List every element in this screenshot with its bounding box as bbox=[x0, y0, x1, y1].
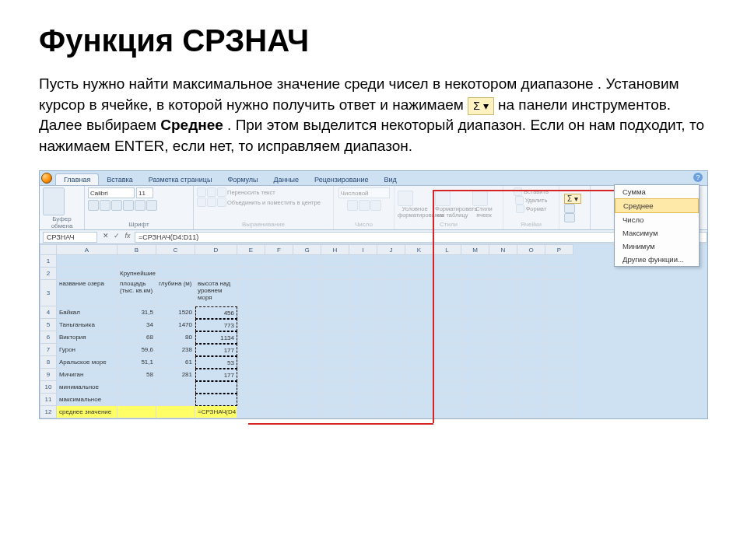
cell[interactable] bbox=[489, 356, 517, 369]
cell[interactable] bbox=[461, 306, 489, 319]
cell[interactable] bbox=[237, 381, 265, 394]
cell[interactable] bbox=[405, 331, 433, 344]
cell[interactable] bbox=[237, 268, 265, 280]
cell[interactable] bbox=[237, 280, 265, 306]
cell[interactable] bbox=[545, 394, 573, 406]
cell[interactable] bbox=[321, 344, 349, 356]
cell[interactable] bbox=[265, 356, 293, 369]
cell[interactable] bbox=[237, 344, 265, 356]
italic-icon[interactable] bbox=[100, 200, 110, 211]
font-name-select[interactable]: Calibri bbox=[88, 187, 135, 198]
cell[interactable]: 51,1 bbox=[117, 356, 156, 369]
cell[interactable] bbox=[433, 394, 461, 406]
cell[interactable]: Аральское море bbox=[57, 356, 117, 369]
cell[interactable] bbox=[321, 255, 349, 268]
cell[interactable] bbox=[405, 280, 433, 306]
cell[interactable] bbox=[237, 255, 265, 268]
row-header[interactable]: 2 bbox=[40, 268, 57, 280]
cell[interactable] bbox=[195, 394, 237, 406]
cell[interactable] bbox=[156, 381, 195, 394]
cell[interactable]: 238 bbox=[156, 344, 195, 356]
cell[interactable]: 1134 bbox=[195, 331, 237, 344]
cell[interactable] bbox=[545, 306, 573, 319]
cell[interactable] bbox=[237, 331, 265, 344]
cell[interactable] bbox=[433, 268, 461, 280]
row-header[interactable]: 8 bbox=[40, 356, 57, 369]
cell[interactable] bbox=[405, 268, 433, 280]
cell[interactable] bbox=[195, 268, 237, 280]
cell[interactable] bbox=[377, 344, 405, 356]
cell[interactable] bbox=[545, 356, 573, 369]
cell[interactable] bbox=[545, 344, 573, 356]
cell[interactable] bbox=[321, 406, 349, 418]
cell[interactable]: 59,6 bbox=[117, 344, 156, 356]
cell[interactable] bbox=[433, 406, 461, 418]
cell[interactable]: 80 bbox=[156, 331, 195, 344]
cell[interactable] bbox=[293, 381, 321, 394]
cell[interactable] bbox=[117, 394, 156, 406]
cell[interactable] bbox=[405, 255, 433, 268]
cell[interactable] bbox=[461, 268, 489, 280]
cell[interactable] bbox=[433, 381, 461, 394]
cell[interactable] bbox=[489, 268, 517, 280]
cell[interactable]: Мичиган bbox=[57, 369, 117, 381]
cell[interactable] bbox=[461, 280, 489, 306]
column-header[interactable]: N bbox=[489, 244, 517, 255]
cell[interactable] bbox=[265, 331, 293, 344]
cell[interactable] bbox=[405, 394, 433, 406]
cell[interactable] bbox=[461, 344, 489, 356]
cell[interactable] bbox=[461, 331, 489, 344]
column-header[interactable]: A bbox=[57, 244, 117, 255]
cell[interactable] bbox=[321, 331, 349, 344]
fill-icon[interactable] bbox=[564, 204, 575, 213]
column-header[interactable]: B bbox=[117, 244, 156, 255]
cell[interactable]: 61 bbox=[156, 356, 195, 369]
cell[interactable] bbox=[349, 394, 377, 406]
cell[interactable] bbox=[405, 369, 433, 381]
cell[interactable]: 1470 bbox=[156, 319, 195, 331]
column-header[interactable]: I bbox=[349, 244, 377, 255]
cell[interactable] bbox=[517, 344, 545, 356]
cell[interactable]: =СРЗНАЧ(D4:D11) bbox=[195, 406, 237, 418]
ribbon-tab[interactable]: Вставка bbox=[99, 174, 140, 185]
fx-icon[interactable]: fx bbox=[122, 232, 133, 243]
autosum-menu-item[interactable]: Число bbox=[615, 213, 699, 226]
row-header[interactable]: 7 bbox=[40, 344, 57, 356]
cell[interactable] bbox=[349, 306, 377, 319]
column-header[interactable]: H bbox=[321, 244, 349, 255]
cell[interactable] bbox=[349, 280, 377, 306]
cell[interactable] bbox=[489, 255, 517, 268]
cell[interactable]: 177 bbox=[195, 369, 237, 381]
cell[interactable] bbox=[117, 381, 156, 394]
column-header[interactable]: J bbox=[377, 244, 405, 255]
cell[interactable] bbox=[117, 406, 156, 418]
autosum-menu-item[interactable]: Максимум bbox=[615, 226, 699, 240]
cell[interactable]: Гурон bbox=[57, 344, 117, 356]
row-header[interactable]: 1 bbox=[40, 255, 57, 268]
cell[interactable] bbox=[349, 369, 377, 381]
cell[interactable] bbox=[349, 356, 377, 369]
cell[interactable] bbox=[293, 280, 321, 306]
cell[interactable] bbox=[321, 280, 349, 306]
cell[interactable]: 1520 bbox=[156, 306, 195, 319]
enter-formula-icon[interactable]: ✓ bbox=[111, 232, 122, 243]
column-header[interactable]: D bbox=[195, 244, 237, 255]
column-header[interactable]: E bbox=[237, 244, 265, 255]
cell[interactable] bbox=[461, 394, 489, 406]
paste-icon[interactable] bbox=[43, 187, 65, 215]
cell[interactable] bbox=[377, 356, 405, 369]
cell[interactable] bbox=[489, 319, 517, 331]
cell[interactable] bbox=[517, 331, 545, 344]
cell[interactable] bbox=[377, 255, 405, 268]
column-header[interactable]: M bbox=[461, 244, 489, 255]
cell[interactable] bbox=[156, 394, 195, 406]
cell[interactable] bbox=[461, 381, 489, 394]
cell[interactable] bbox=[265, 319, 293, 331]
cell[interactable] bbox=[433, 356, 461, 369]
cell[interactable]: минимальное значение bbox=[57, 381, 117, 394]
cell[interactable] bbox=[349, 381, 377, 394]
cell[interactable] bbox=[377, 394, 405, 406]
row-header[interactable]: 4 bbox=[40, 306, 57, 319]
cell[interactable]: 53 bbox=[195, 356, 237, 369]
cell[interactable]: среднее значение bbox=[57, 406, 117, 418]
